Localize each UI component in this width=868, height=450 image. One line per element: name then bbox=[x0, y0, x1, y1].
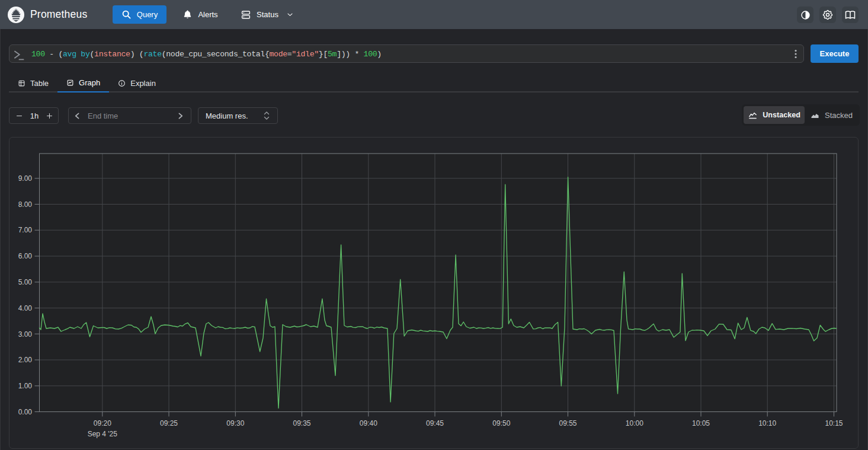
svg-text:5.00: 5.00 bbox=[18, 278, 33, 286]
svg-text:7.00: 7.00 bbox=[18, 226, 33, 234]
svg-text:9.00: 9.00 bbox=[18, 174, 33, 183]
svg-text:10:00: 10:00 bbox=[626, 419, 643, 427]
svg-text:3.00: 3.00 bbox=[18, 330, 33, 339]
svg-text:1.00: 1.00 bbox=[18, 382, 33, 390]
svg-text:10:05: 10:05 bbox=[692, 419, 710, 427]
svg-text:09:40: 09:40 bbox=[360, 419, 377, 427]
svg-text:09:20: 09:20 bbox=[94, 419, 111, 427]
svg-text:09:35: 09:35 bbox=[293, 419, 310, 427]
svg-text:10:10: 10:10 bbox=[758, 419, 776, 427]
svg-text:09:45: 09:45 bbox=[426, 419, 444, 427]
svg-text:09:25: 09:25 bbox=[160, 419, 178, 427]
svg-text:8.00: 8.00 bbox=[18, 200, 33, 209]
svg-text:09:55: 09:55 bbox=[559, 419, 576, 427]
svg-text:0.00: 0.00 bbox=[18, 408, 33, 416]
svg-text:10:15: 10:15 bbox=[825, 419, 843, 427]
svg-text:2.00: 2.00 bbox=[18, 356, 33, 364]
svg-text:09:30: 09:30 bbox=[226, 419, 244, 427]
svg-text:Sep 4 '25: Sep 4 '25 bbox=[88, 430, 118, 438]
svg-text:6.00: 6.00 bbox=[18, 252, 33, 260]
svg-text:4.00: 4.00 bbox=[18, 304, 33, 312]
svg-text:09:50: 09:50 bbox=[492, 419, 510, 427]
